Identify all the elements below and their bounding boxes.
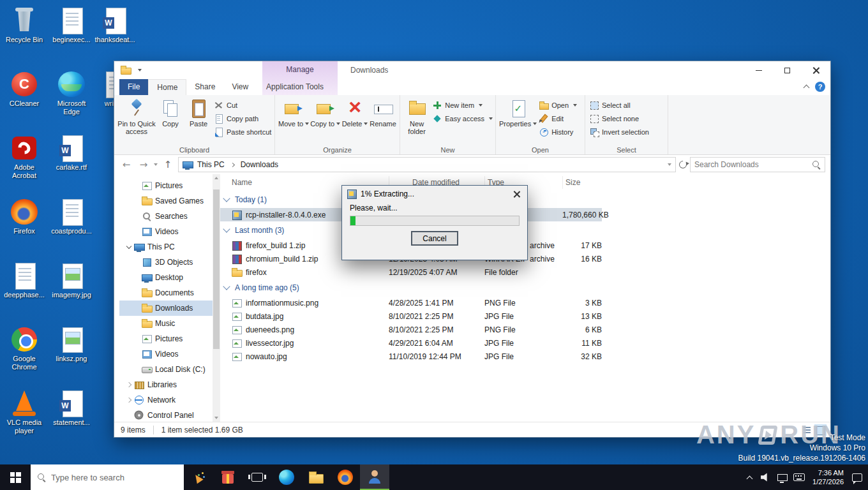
cancel-button[interactable]: Cancel — [411, 231, 458, 246]
desktop-icon[interactable]: Adobe Acrobat — [1, 130, 47, 194]
expand-chevron-icon[interactable] — [133, 335, 141, 343]
minimize-ribbon-icon[interactable] — [804, 85, 810, 91]
keyboard-button[interactable] — [791, 464, 807, 490]
expand-chevron-icon[interactable] — [133, 228, 141, 235]
forward-button[interactable] — [137, 158, 151, 172]
history-button[interactable]: History — [539, 127, 577, 137]
file-row[interactable]: livessector.jpg 4/29/2021 6:04 AM JPG Fi… — [220, 336, 602, 350]
file-row[interactable]: butdata.jpg 8/10/2021 2:25 PM JPG File 1… — [220, 309, 602, 323]
desktop-icon[interactable]: imagemy.jpg — [49, 258, 94, 322]
taskbar-firefox-button[interactable] — [331, 464, 360, 490]
expand-chevron-icon[interactable] — [133, 197, 141, 205]
rename-button[interactable]: Rename — [369, 97, 397, 129]
file-row[interactable]: dueneeds.png 8/10/2021 2:25 PM PNG File … — [220, 323, 602, 336]
scroll-down-arrow-icon[interactable] — [213, 414, 220, 422]
new-folder-button[interactable]: New folder — [403, 97, 431, 137]
desktop-icon[interactable]: Firefox — [1, 194, 47, 258]
desktop-icon[interactable]: thanksdeat... — [92, 3, 138, 66]
party-button[interactable] — [184, 464, 213, 490]
expand-chevron-icon[interactable] — [133, 289, 141, 297]
network-button[interactable] — [774, 464, 791, 490]
move-to-button[interactable]: Move to — [278, 97, 310, 129]
taskbar-file-explorer-button[interactable] — [301, 464, 331, 490]
file-row[interactable]: nowauto.jpg 11/10/2019 12:44 PM JPG File… — [220, 350, 602, 363]
up-button[interactable] — [161, 158, 175, 172]
desktop-icon[interactable]: VLC media player — [1, 385, 47, 449]
desktop-icon[interactable]: coastprodu... — [49, 194, 94, 258]
qat-customize-chevron-icon[interactable] — [138, 69, 142, 71]
taskbar-active-app-button[interactable] — [360, 464, 389, 490]
dialog-titlebar[interactable]: 1% Extracting... — [342, 186, 527, 202]
properties-button[interactable]: Properties — [498, 97, 537, 129]
paste-shortcut-button[interactable]: Paste shortcut — [214, 127, 271, 137]
delete-button[interactable]: Delete — [341, 97, 369, 129]
titlebar[interactable]: Downloads — [114, 61, 830, 79]
pin-to-quick-access-button[interactable]: Pin to Quick access — [117, 97, 156, 137]
start-button[interactable] — [0, 464, 31, 490]
scroll-up-arrow-icon[interactable] — [213, 174, 220, 182]
desktop-icon[interactable]: carlake.rtf — [49, 130, 94, 194]
expand-chevron-icon[interactable] — [133, 320, 141, 327]
edit-button[interactable]: Edit — [539, 114, 577, 124]
taskbar-search[interactable] — [31, 464, 184, 490]
copy-button[interactable]: Copy — [156, 97, 184, 129]
sidebar-scrollbar[interactable] — [213, 174, 220, 422]
sidebar-item[interactable]: Searches — [119, 209, 220, 224]
desktop-icon[interactable]: Recycle Bin — [1, 3, 47, 66]
sidebar-item[interactable]: Downloads — [119, 301, 220, 316]
help-icon[interactable]: ? — [815, 82, 825, 92]
expand-chevron-icon[interactable] — [133, 350, 141, 358]
refresh-button[interactable] — [678, 160, 689, 170]
desktop-icon[interactable]: Google Chrome — [1, 322, 47, 385]
expand-chevron-icon[interactable] — [133, 182, 141, 189]
sidebar-item[interactable]: This PC — [119, 239, 220, 255]
breadcrumb-this-pc[interactable]: This PC — [196, 160, 226, 169]
hidden-icons-button[interactable] — [741, 464, 758, 490]
easy-access-button[interactable]: Easy access — [432, 114, 493, 124]
new-item-button[interactable]: New item — [432, 100, 493, 110]
desktop-icon[interactable]: linksz.png — [49, 322, 94, 385]
desktop-icon[interactable]: beginexec... — [49, 3, 94, 66]
expand-chevron-icon[interactable] — [126, 396, 133, 404]
close-button[interactable] — [802, 61, 830, 79]
expand-chevron-icon[interactable] — [126, 412, 133, 419]
minimize-button[interactable] — [744, 61, 773, 79]
maximize-button[interactable] — [773, 61, 802, 79]
column-header-size[interactable]: Size — [562, 176, 602, 189]
sidebar-item[interactable]: Documents — [119, 285, 220, 301]
sidebar-item[interactable]: 3D Objects — [119, 255, 220, 270]
select-all-button[interactable]: Select all — [589, 100, 649, 110]
sidebar-item[interactable]: Pictures — [119, 331, 220, 346]
task-view-button[interactable] — [243, 464, 272, 490]
search-input[interactable] — [694, 160, 809, 169]
action-center-button[interactable] — [849, 464, 865, 490]
copy-to-button[interactable]: Copy to — [310, 97, 341, 129]
taskbar-edge-button[interactable] — [272, 464, 301, 490]
sidebar-item[interactable]: Network — [119, 392, 220, 408]
expand-chevron-icon[interactable] — [126, 243, 133, 251]
taskbar-search-input[interactable] — [51, 473, 177, 482]
file-group-header[interactable]: A long time ago (5) — [220, 279, 830, 296]
file-row[interactable]: informationmusic.png 4/28/2025 1:41 PM P… — [220, 296, 602, 309]
tab-application-tools[interactable]: Application Tools — [257, 79, 333, 94]
scrollbar-thumb[interactable] — [213, 189, 220, 349]
copy-path-button[interactable]: Copy path — [214, 114, 271, 124]
search-box[interactable] — [690, 157, 825, 172]
sidebar-item[interactable]: Videos — [119, 346, 220, 362]
expand-chevron-icon[interactable] — [133, 304, 141, 312]
sidebar-item[interactable]: Libraries — [119, 377, 220, 392]
sidebar-item[interactable]: Control Panel — [119, 408, 220, 422]
expand-chevron-icon[interactable] — [133, 274, 141, 281]
tab-view[interactable]: View — [223, 79, 257, 95]
desktop-icon[interactable]: statement... — [49, 385, 94, 449]
tab-home[interactable]: Home — [148, 79, 186, 95]
cut-button[interactable]: Cut — [214, 100, 271, 110]
tab-file[interactable]: File — [119, 79, 148, 95]
expand-chevron-icon[interactable] — [133, 258, 141, 266]
desktop-icon[interactable]: Microsoft Edge — [49, 66, 94, 130]
taskbar-clock[interactable]: 7:36 AM 1/27/2026 — [807, 468, 849, 486]
gift-button[interactable] — [213, 464, 243, 490]
address-dropdown-caret-icon[interactable] — [668, 163, 671, 166]
back-button[interactable] — [119, 158, 133, 172]
paste-button[interactable]: Paste — [184, 97, 213, 129]
